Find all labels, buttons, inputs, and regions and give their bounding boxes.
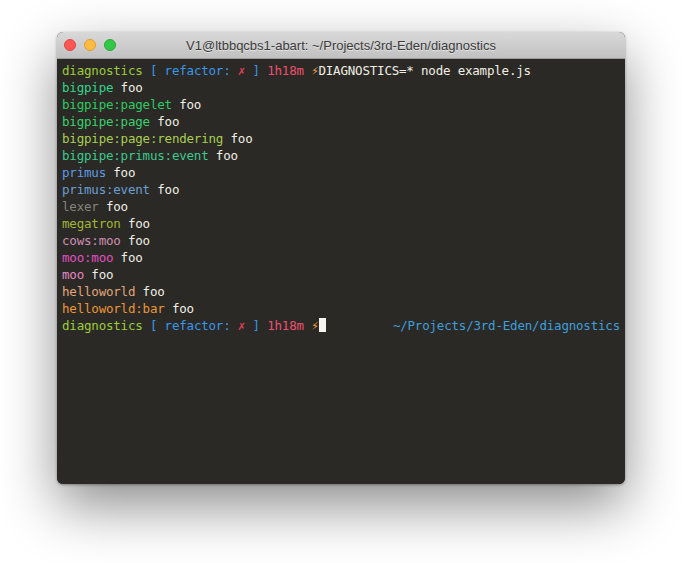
terminal-line: bigpipe:pagelet foo: [62, 96, 620, 113]
terminal-text-segment: foo: [121, 216, 150, 231]
terminal-line: lexer foo: [62, 198, 620, 215]
terminal-line: moo foo: [62, 266, 620, 283]
window-titlebar[interactable]: V1@ltbbqcbs1-abart: ~/Projects/3rd-Eden/…: [57, 32, 625, 59]
right-prompt-path: ~/Projects/3rd-Eden/diagnostics: [393, 317, 620, 334]
terminal-text-segment: megatron: [62, 216, 121, 231]
terminal-text-segment: foo: [84, 267, 113, 282]
close-button[interactable]: [64, 39, 76, 51]
zoom-button[interactable]: [104, 39, 116, 51]
terminal-window: V1@ltbbqcbs1-abart: ~/Projects/3rd-Eden/…: [57, 32, 625, 484]
terminal-text-segment: foo: [172, 97, 201, 112]
terminal-text-segment: lexer: [62, 199, 99, 214]
terminal-text-segment: diagnostics: [62, 318, 150, 333]
terminal-line: bigpipe:primus:event foo: [62, 147, 620, 164]
terminal-text-segment: ]: [245, 63, 267, 78]
terminal-line: bigpipe:page:rendering foo: [62, 130, 620, 147]
terminal-text-segment: cows:moo: [62, 233, 121, 248]
terminal-text-segment: moo: [62, 267, 84, 282]
terminal-text-segment: foo: [99, 199, 128, 214]
terminal-text-segment: foo: [121, 233, 150, 248]
terminal-line: helloworld:bar foo: [62, 300, 620, 317]
terminal-text-segment: foo: [165, 301, 194, 316]
terminal-text-segment: helloworld:bar: [62, 301, 165, 316]
terminal-line: cows:moo foo: [62, 232, 620, 249]
terminal-line: bigpipe foo: [62, 79, 620, 96]
terminal-line: moo:moo foo: [62, 249, 620, 266]
terminal-text-segment: bigpipe:page: [62, 114, 150, 129]
terminal-text-segment: diagnostics: [62, 63, 150, 78]
terminal-text-segment: primus: [62, 165, 106, 180]
terminal-line: bigpipe:page foo: [62, 113, 620, 130]
terminal-text-segment: foo: [113, 250, 142, 265]
terminal-text-segment: [ refactor:: [150, 63, 238, 78]
window-title: V1@ltbbqcbs1-abart: ~/Projects/3rd-Eden/…: [186, 38, 496, 53]
terminal-text-segment: foo: [150, 114, 179, 129]
terminal-line: primus foo: [62, 164, 620, 181]
terminal-cursor: [319, 318, 326, 332]
terminal-text-segment: foo: [113, 80, 142, 95]
terminal-text-segment: foo: [223, 131, 252, 146]
terminal-text-segment: bigpipe:pagelet: [62, 97, 172, 112]
terminal-text-segment: foo: [135, 284, 164, 299]
traffic-lights: [64, 32, 116, 58]
terminal-text-segment: foo: [209, 148, 238, 163]
terminal-text-segment: ]: [245, 318, 267, 333]
terminal-line: helloworld foo: [62, 283, 620, 300]
terminal-line: diagnostics [ refactor: ✗ ] 1h18m ⚡DIAGN…: [62, 62, 620, 79]
terminal-text-segment: [ refactor:: [150, 318, 238, 333]
terminal-text-segment: foo: [150, 182, 179, 197]
terminal-line: primus:event foo: [62, 181, 620, 198]
terminal-text-segment: ⚡: [311, 318, 318, 333]
terminal-text-segment: foo: [106, 165, 135, 180]
terminal-text-segment: bigpipe:primus:event: [62, 148, 209, 163]
terminal-text-segment: helloworld: [62, 284, 135, 299]
terminal-text-segment: 1h18m: [267, 63, 311, 78]
terminal-text-segment: 1h18m: [267, 318, 311, 333]
terminal-screen[interactable]: diagnostics [ refactor: ✗ ] 1h18m ⚡DIAGN…: [57, 59, 625, 484]
terminal-line: diagnostics [ refactor: ✗ ] 1h18m ⚡~/Pro…: [62, 317, 620, 334]
terminal-line: megatron foo: [62, 215, 620, 232]
terminal-text-segment: moo:moo: [62, 250, 113, 265]
terminal-text-segment: bigpipe: [62, 80, 113, 95]
terminal-text-segment: primus:event: [62, 182, 150, 197]
terminal-text-segment: DIAGNOSTICS=* node example.js: [318, 63, 530, 78]
terminal-text-segment: bigpipe:page:rendering: [62, 131, 223, 146]
minimize-button[interactable]: [84, 39, 96, 51]
